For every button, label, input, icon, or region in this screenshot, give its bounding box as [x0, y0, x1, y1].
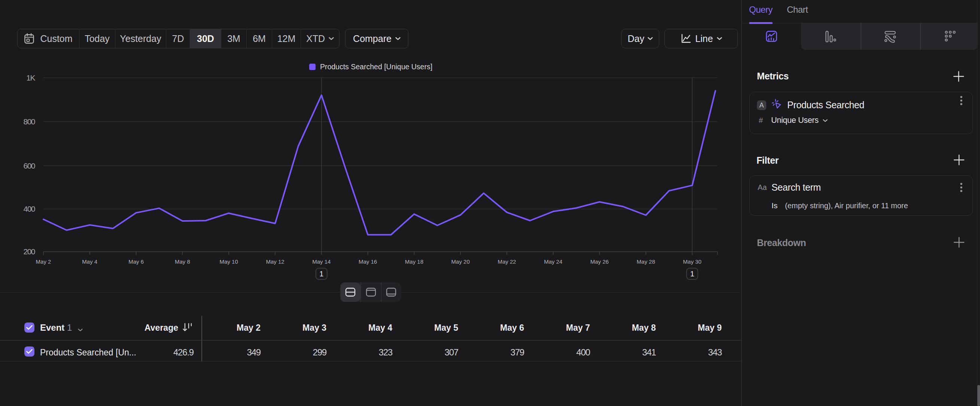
svg-text:May 26: May 26 [590, 258, 609, 265]
svg-text:600: 600 [23, 161, 35, 170]
svg-text:May 2: May 2 [36, 258, 51, 265]
svg-text:May 8: May 8 [175, 258, 190, 265]
svg-text:May 24: May 24 [544, 258, 562, 265]
svg-text:1: 1 [319, 270, 323, 278]
svg-text:May 22: May 22 [498, 258, 516, 265]
svg-text:May 28: May 28 [637, 258, 655, 265]
svg-text:400: 400 [23, 204, 35, 213]
svg-text:May 14: May 14 [312, 258, 331, 265]
svg-text:May 18: May 18 [405, 258, 423, 265]
svg-text:800: 800 [23, 117, 35, 126]
svg-text:1: 1 [690, 270, 694, 278]
svg-text:May 10: May 10 [220, 258, 238, 265]
svg-text:May 16: May 16 [359, 258, 377, 265]
svg-text:May 20: May 20 [452, 258, 470, 265]
svg-text:May 6: May 6 [128, 258, 144, 265]
svg-text:1K: 1K [26, 73, 35, 82]
svg-text:May 30: May 30 [683, 258, 702, 265]
svg-text:200: 200 [23, 247, 35, 256]
svg-text:May 12: May 12 [266, 258, 284, 265]
svg-text:May 4: May 4 [82, 258, 97, 265]
